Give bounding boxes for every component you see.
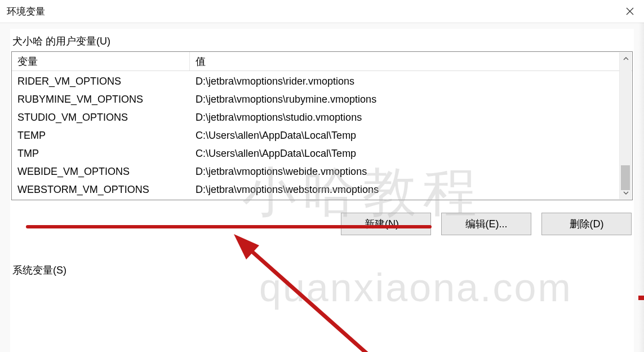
edit-button[interactable]: 编辑(E)... <box>441 213 531 235</box>
user-vars-buttons: 新建(N)... 编辑(E)... 删除(D) <box>10 213 632 235</box>
var-value: C:\Users\allen\AppData\Local\Temp <box>190 148 632 160</box>
var-value: D:\jetbra\vmoptions\rubymine.vmoptions <box>190 94 632 105</box>
window-title: 环境变量 <box>7 5 45 18</box>
dialog-content: 犬小哈 的用户变量(U) 变量 值 RIDER_VM_OPTIONS D:\je… <box>0 23 644 352</box>
table-row[interactable]: WEBIDE_VM_OPTIONS D:\jetbra\vmoptions\we… <box>12 162 632 181</box>
var-name: RUBYMINE_VM_OPTIONS <box>12 94 190 105</box>
scrollbar[interactable] <box>619 52 632 199</box>
var-name: WEBIDE_VM_OPTIONS <box>12 166 190 178</box>
var-value: D:\jetbra\vmoptions\rider.vmoptions <box>190 76 632 87</box>
table-row[interactable]: TMP C:\Users\allen\AppData\Local\Temp <box>12 144 632 162</box>
var-value: D:\jetbra\vmoptions\webstorm.vmoptions <box>190 184 632 196</box>
var-name: RIDER_VM_OPTIONS <box>12 76 190 87</box>
user-vars-label: 犬小哈 的用户变量(U) <box>12 34 110 48</box>
var-name: WEBSTORM_VM_OPTIONS <box>12 184 190 196</box>
title-bar: 环境变量 <box>0 0 644 23</box>
table-row[interactable]: RIDER_VM_OPTIONS D:\jetbra\vmoptions\rid… <box>12 72 632 90</box>
column-header-name[interactable]: 变量 <box>12 52 190 71</box>
scroll-thumb[interactable] <box>621 165 630 190</box>
chevron-up-icon <box>623 56 629 61</box>
chevron-down-icon <box>623 191 629 195</box>
var-name: TMP <box>12 148 190 160</box>
column-header-value[interactable]: 值 <box>190 52 632 71</box>
scroll-up-button[interactable] <box>620 52 632 65</box>
system-vars-label: 系统变量(S) <box>12 263 634 277</box>
var-name: STUDIO_VM_OPTIONS <box>12 112 190 124</box>
table-header: 变量 值 <box>12 52 632 71</box>
table-row[interactable]: TEMP C:\Users\allen\AppData\Local\Temp <box>12 126 632 144</box>
close-button[interactable] <box>616 0 644 23</box>
var-value: C:\Users\allen\AppData\Local\Temp <box>190 130 632 142</box>
table-row[interactable]: WEBSTORM_VM_OPTIONS D:\jetbra\vmoptions\… <box>12 181 632 199</box>
var-value: D:\jetbra\vmoptions\studio.vmoptions <box>190 112 632 124</box>
new-button[interactable]: 新建(N)... <box>341 213 431 235</box>
user-vars-list[interactable]: 变量 值 RIDER_VM_OPTIONS D:\jetbra\vmoption… <box>11 51 633 200</box>
delete-button[interactable]: 删除(D) <box>541 213 632 235</box>
table-row[interactable]: STUDIO_VM_OPTIONS D:\jetbra\vmoptions\st… <box>12 108 632 126</box>
table-row[interactable]: RUBYMINE_VM_OPTIONS D:\jetbra\vmoptions\… <box>12 90 632 108</box>
var-name: TEMP <box>12 130 190 142</box>
var-value: D:\jetbra\vmoptions\webide.vmoptions <box>190 166 632 178</box>
close-icon <box>626 7 634 15</box>
table-body: RIDER_VM_OPTIONS D:\jetbra\vmoptions\rid… <box>12 71 632 200</box>
